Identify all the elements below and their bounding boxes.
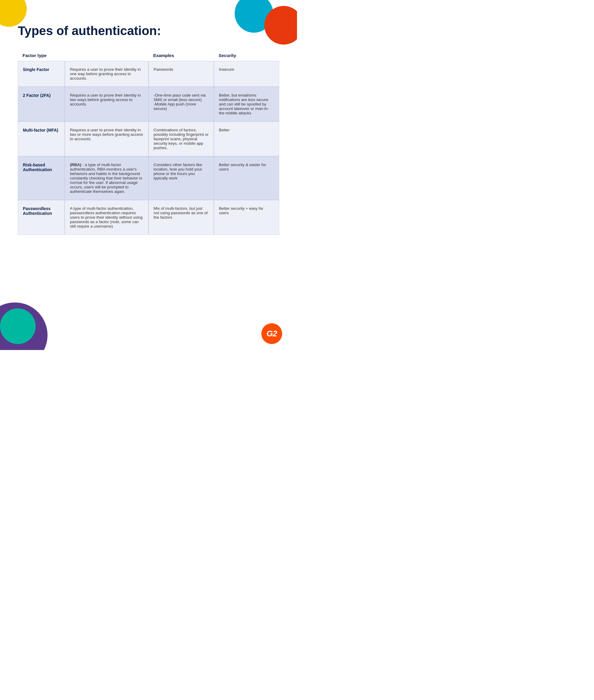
table-row: Single FactorRequires a user to prove th…: [18, 61, 279, 87]
cell-factor-type: Multi-factor (MFA): [18, 122, 65, 156]
cell-factor-type: Passwordless Authentication: [18, 200, 65, 235]
main-content: Types of authentication: Factor type Exa…: [0, 0, 297, 282]
cell-description: Requires a user to prove their identity …: [65, 87, 148, 122]
cell-security: Insecure: [214, 61, 279, 87]
cell-description: (RBA) - a type of multi-factor authentic…: [65, 156, 148, 200]
corner-decoration-teal: [0, 309, 36, 344]
table-row: Risk-based Authentication(RBA) - a type …: [18, 156, 279, 200]
cell-examples: Considers other factors like location, h…: [148, 156, 214, 200]
cell-examples: Passwords: [148, 61, 214, 87]
g2-logo: G2: [261, 323, 285, 341]
cell-security: Better: [214, 122, 279, 156]
page-title: Types of authentication:: [18, 24, 279, 38]
cell-description: Requires a user to prove their identity …: [65, 61, 148, 87]
table-row: Passwordless AuthenticationA type of mul…: [18, 200, 279, 235]
cell-factor-type: Single Factor: [18, 61, 65, 87]
cell-description: A type of multi-factor authentication, p…: [65, 200, 148, 235]
cell-security: Better security & easier for users: [214, 156, 279, 200]
col-header-description: [65, 50, 148, 61]
cell-security: Better, but email/sms notifications are …: [214, 87, 279, 122]
cell-examples: Combinations of factors, possibly includ…: [148, 122, 214, 156]
g2-logo-text: G2: [266, 329, 277, 339]
col-header-factor-type: Factor type: [18, 50, 65, 61]
cell-description: Requires a user to prove their identity …: [65, 122, 148, 156]
table-row: Multi-factor (MFA)Requires a user to pro…: [18, 122, 279, 156]
rba-bold: (RBA): [70, 162, 81, 167]
cell-examples: Mix of multi-factors, but just not using…: [148, 200, 214, 235]
col-header-security: Security: [214, 50, 279, 61]
table-body: Single FactorRequires a user to prove th…: [18, 61, 279, 235]
cell-security: Better security + easy for users: [214, 200, 279, 235]
col-header-examples: Examples: [148, 50, 214, 61]
table-header-row: Factor type Examples Security: [18, 50, 279, 61]
authentication-table: Factor type Examples Security Single Fac…: [18, 50, 279, 235]
cell-factor-type: 2 Factor (2FA): [18, 87, 65, 122]
cell-factor-type: Risk-based Authentication: [18, 156, 65, 200]
cell-examples: -One-time pass code sent via SMS or emai…: [148, 87, 214, 122]
table-row: 2 Factor (2FA)Requires a user to prove t…: [18, 87, 279, 122]
